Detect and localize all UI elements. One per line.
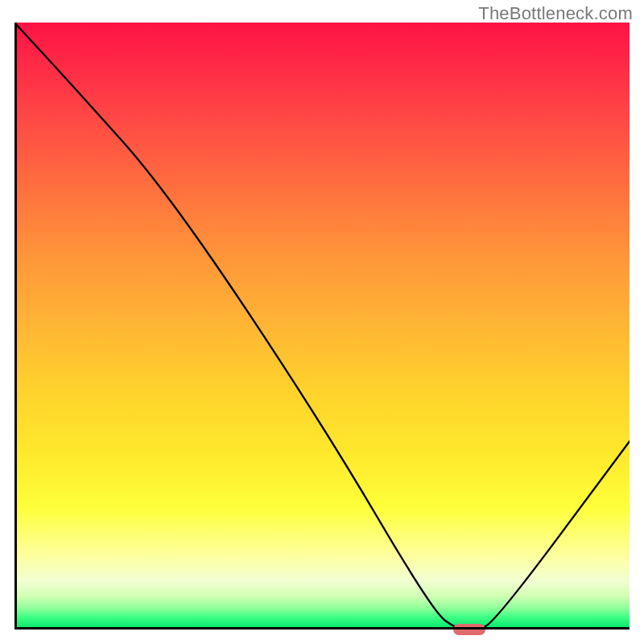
attribution-text: TheBottleneck.com (478, 3, 633, 24)
x-axis-line (14, 627, 630, 630)
plot-area (14, 23, 630, 630)
optimal-marker (453, 624, 485, 635)
y-axis-line (14, 23, 17, 630)
bottleneck-chart: TheBottleneck.com (0, 0, 644, 644)
bottleneck-line (14, 23, 630, 630)
